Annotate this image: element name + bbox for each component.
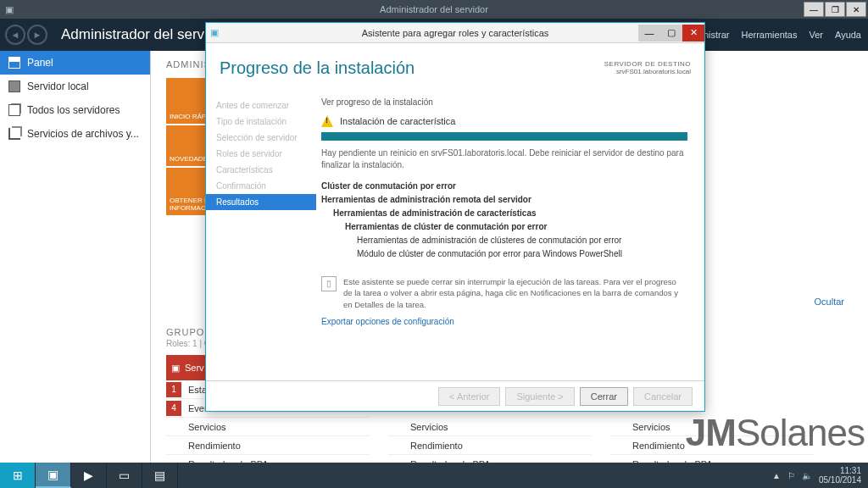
sidebar-item-file-services[interactable]: Servicios de archivos y... [0, 122, 150, 146]
system-tray[interactable]: ▲ ⚐ 🔈 11:31 05/10/2014 [772, 466, 868, 485]
main-window-titlebar: ▣ Administrador del servidor — ❐ ✕ [0, 0, 868, 19]
taskbar-server-manager[interactable]: ▣ [36, 463, 71, 488]
tray-flag-icon[interactable]: ▲ [772, 471, 781, 480]
taskbar-explorer[interactable]: ▭ [107, 463, 142, 488]
destination-server: SERVIDOR DE DESTINO srvFS01.laboratoris.… [604, 60, 691, 75]
taskbar-powershell[interactable]: ▶ [71, 463, 107, 488]
wizard-content: Ver progreso de la instalación Instalaci… [316, 92, 704, 380]
group-row[interactable]: Rendimiento [166, 436, 370, 455]
files-icon [8, 128, 20, 140]
sidebar-item-label: Servicios de archivos y... [27, 128, 139, 140]
wizard-footer: < Anterior Siguiente > Cerrar Cancelar [206, 380, 704, 411]
pending-restart-text: Hay pendiente un reinicio en srvFS01.lab… [321, 147, 687, 171]
group-row[interactable]: Rendimiento [388, 436, 592, 455]
tray-network-icon[interactable]: ⚐ [787, 471, 795, 480]
cancel-button: Cancelar [633, 387, 693, 406]
close-wizard-button[interactable]: Cerrar [580, 387, 628, 406]
wizard-close-button[interactable]: ✕ [682, 25, 704, 42]
server-icon [8, 80, 20, 92]
app-icon: ▣ [0, 4, 19, 15]
dashboard-icon [8, 57, 20, 69]
step-confirmation: Confirmación [206, 178, 316, 194]
step-results[interactable]: Resultados [206, 194, 316, 210]
start-button[interactable]: ⊞ [0, 463, 36, 488]
wizard-steps: Antes de comenzar Tipo de instalación Se… [206, 92, 316, 380]
note-text: Este asistente se puede cerrar sin inter… [343, 276, 687, 310]
sidebar-item-local-server[interactable]: Servidor local [0, 75, 150, 98]
export-settings-link[interactable]: Exportar opciones de configuración [321, 317, 687, 326]
hide-link[interactable]: Ocultar [815, 297, 844, 307]
close-button[interactable]: ✕ [846, 2, 866, 17]
warning-text: Instalación de característica [340, 116, 455, 126]
step-before-begin: Antes de comenzar [206, 97, 316, 114]
step-server-roles: Roles de servidor [206, 146, 316, 162]
maximize-button[interactable]: ❐ [825, 2, 845, 17]
taskbar: ⊞ ▣ ▶ ▭ ▤ ▲ ⚐ 🔈 11:31 05/10/2014 [0, 463, 868, 488]
window-title: Administrador del servidor [380, 4, 488, 14]
sidebar-item-label: Servidor local [27, 80, 89, 92]
sidebar-item-label: Panel [27, 57, 53, 69]
sidebar: Panel Servidor local Todos los servidore… [0, 51, 151, 469]
wizard-title: Asistente para agregar roles y caracterí… [362, 28, 549, 38]
group-row[interactable]: Servicios [166, 418, 370, 436]
feature-tree: Clúster de conmutación por error Herrami… [321, 180, 687, 261]
next-button: Siguiente > [505, 387, 574, 406]
minimize-button[interactable]: — [804, 2, 824, 17]
menu-help[interactable]: Ayuda [835, 30, 861, 40]
previous-button: < Anterior [438, 387, 500, 406]
step-features: Características [206, 162, 316, 178]
taskbar-app[interactable]: ▤ [142, 463, 178, 488]
wizard-minimize-button[interactable]: — [638, 25, 660, 42]
step-install-type: Tipo de instalación [206, 114, 316, 130]
menu-tools[interactable]: Herramientas [741, 30, 797, 40]
progress-bar [321, 132, 687, 141]
group-row[interactable]: Servicios [610, 418, 814, 436]
wizard-page-title: Progreso de la instalación [220, 58, 415, 78]
nav-forward-button[interactable]: ► [27, 25, 47, 45]
nav-back-button[interactable]: ◄ [5, 25, 25, 45]
view-progress-label: Ver progreso de la instalación [321, 97, 687, 107]
wizard-titlebar[interactable]: ▣ Asistente para agregar roles y caracte… [206, 23, 704, 43]
sidebar-item-panel[interactable]: Panel [0, 51, 150, 75]
group-row[interactable]: Rendimiento [610, 436, 814, 455]
sidebar-item-label: Todos los servidores [27, 104, 120, 116]
step-server-select: Selección de servidor [206, 130, 316, 146]
info-icon: ▯ [321, 276, 337, 291]
clock[interactable]: 11:31 05/10/2014 [819, 466, 861, 485]
warning-icon [321, 115, 333, 127]
tray-sound-icon[interactable]: 🔈 [802, 471, 812, 480]
group-row[interactable]: Servicios [388, 418, 592, 436]
servers-icon [8, 104, 20, 116]
menu-view[interactable]: Ver [809, 30, 823, 40]
add-roles-wizard: ▣ Asistente para agregar roles y caracte… [205, 22, 705, 412]
wizard-maximize-button[interactable]: ▢ [660, 25, 682, 42]
sidebar-item-all-servers[interactable]: Todos los servidores [0, 98, 150, 122]
wizard-icon: ▣ [206, 27, 223, 38]
